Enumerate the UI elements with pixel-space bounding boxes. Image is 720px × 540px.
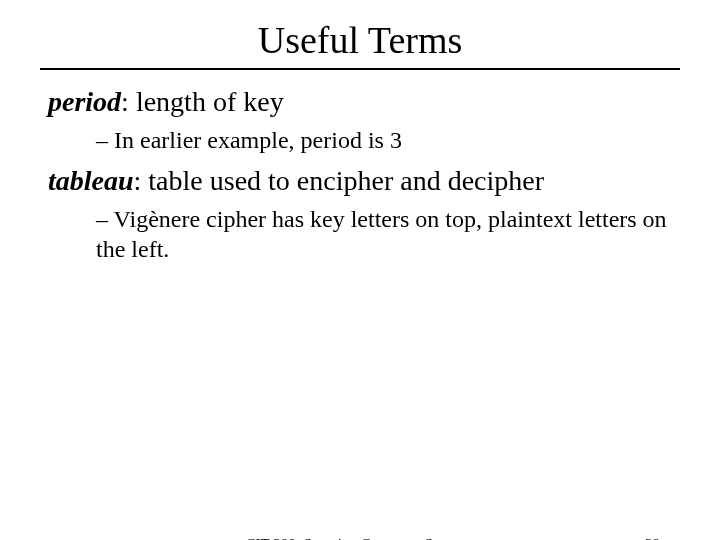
term-word-period: period <box>48 86 121 117</box>
term-line-period: period: length of key <box>48 84 672 119</box>
slide-title: Useful Terms <box>0 18 720 62</box>
term-line-tableau: tableau: table used to encipher and deci… <box>48 163 672 198</box>
sub-line-tableau: – Vigènere cipher has key letters on top… <box>96 204 672 264</box>
sub-text-period: In earlier example, period is 3 <box>114 127 402 153</box>
term-def-period: : length of key <box>121 86 284 117</box>
term-word-tableau: tableau <box>48 165 134 196</box>
title-rule <box>40 68 680 70</box>
dash-icon: – <box>96 206 114 232</box>
sub-text-tableau: Vigènere cipher has key letters on top, … <box>96 206 667 262</box>
slide: Useful Terms period: length of key – In … <box>0 18 720 540</box>
dash-icon: – <box>96 127 114 153</box>
footer-course: CIT 380: Securing Computer Systems <box>246 536 475 540</box>
term-def-tableau: : table used to encipher and decipher <box>134 165 545 196</box>
sub-line-period: – In earlier example, period is 3 <box>96 125 672 155</box>
footer-page-number: 29 <box>645 536 660 540</box>
